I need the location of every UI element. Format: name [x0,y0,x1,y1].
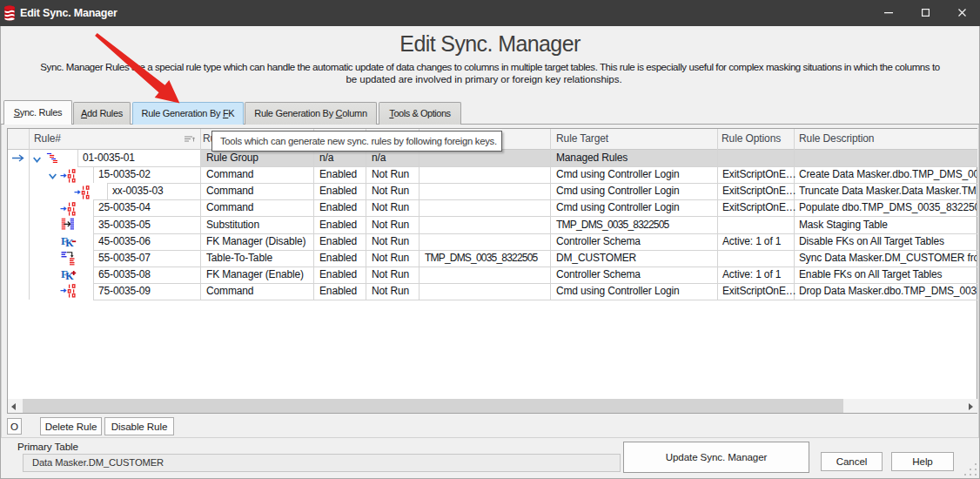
svg-text:K: K [65,270,74,282]
svg-text:K: K [65,237,74,249]
